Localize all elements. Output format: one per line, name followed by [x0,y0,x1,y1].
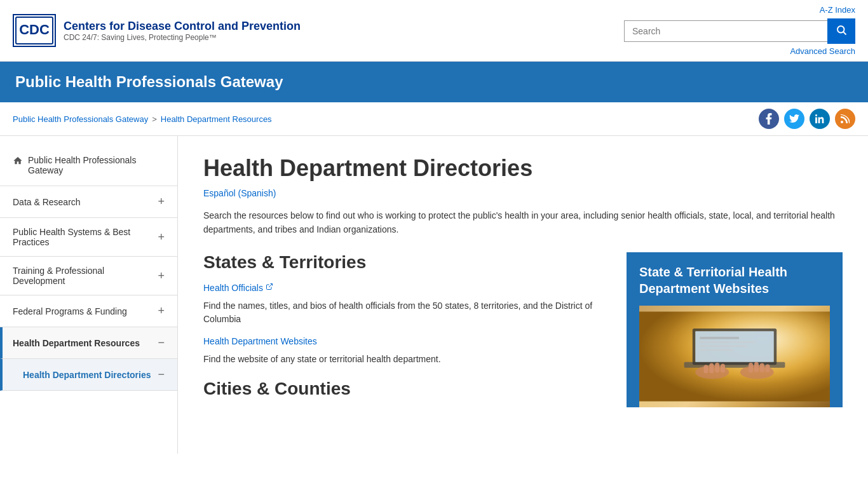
svg-rect-17 [703,365,708,373]
svg-rect-14 [700,349,733,351]
svg-rect-11 [700,337,739,339]
health-officials-link[interactable]: Health Officials [203,283,273,293]
public-health-systems-expand-icon: + [158,231,165,244]
svg-point-2 [837,26,844,33]
sidebar-item-health-dept-resources[interactable]: Health Department Resources − [0,327,177,359]
sidebar-item-training[interactable]: Training & Professional Development + [0,257,177,295]
facebook-icon[interactable] [759,109,779,129]
sidebar-label-public-health-systems: Public Health Systems & Best Practices [13,227,158,247]
health-officials-desc: Find the names, titles, and bios of heal… [203,299,611,326]
health-dept-directories-collapse-icon: − [158,368,165,381]
svg-line-5 [269,284,273,288]
sidebar: Public Health Professionals Gateway Data… [0,136,178,454]
health-dept-websites-block: Health Department Websites Find the webs… [203,336,611,366]
sidebar-home-label: Public Health Professionals Gateway [28,155,165,175]
content-left: States & Territories Health Officials [203,252,611,407]
training-expand-icon: + [158,269,165,283]
sidebar-label-health-dept-resources: Health Department Resources [13,338,140,348]
federal-programs-expand-icon: + [158,304,165,318]
sidebar-item-data-research[interactable]: Data & Research + [0,186,177,218]
social-icons [759,109,855,129]
az-index-link[interactable]: A-Z Index [820,5,855,15]
home-icon [13,156,23,168]
blue-card-title: State & Territorial Health Department We… [639,264,830,297]
svg-rect-21 [749,362,753,372]
twitter-icon[interactable] [784,109,804,129]
svg-rect-18 [709,363,714,373]
health-dept-websites-link[interactable]: Health Department Websites [203,336,317,346]
svg-rect-22 [754,362,759,372]
sidebar-item-health-dept-directories[interactable]: Health Department Directories − [0,359,177,391]
page-banner-title: Public Health Professionals Gateway [15,73,853,91]
svg-text:CDC: CDC [19,22,50,37]
two-col-layout: States & Territories Health Officials [203,252,843,407]
svg-rect-20 [721,363,725,372]
sidebar-label-health-dept-directories: Health Department Directories [23,370,151,380]
spanish-link[interactable]: Español (Spanish) [203,188,276,198]
blue-card-image [639,306,830,407]
org-name: Centers for Disease Control and Preventi… [64,20,301,33]
data-research-expand-icon: + [158,195,165,208]
health-dept-websites-desc: Find the website of any state or territo… [203,353,611,366]
search-input[interactable] [624,20,827,42]
health-dept-resources-collapse-icon: − [158,336,165,349]
breadcrumb-home-link[interactable]: Public Health Professionals Gateway [13,114,148,124]
org-subtitle: CDC 24/7: Saving Lives, Protecting Peopl… [64,33,301,42]
linkedin-icon[interactable] [810,109,830,129]
svg-line-3 [843,32,846,34]
sidebar-home-item[interactable]: Public Health Professionals Gateway [0,149,177,186]
search-row [624,18,855,44]
advanced-search-link[interactable]: Advanced Search [790,46,855,56]
cities-counties-title: Cities & Counties [203,379,611,399]
sidebar-item-public-health-systems[interactable]: Public Health Systems & Best Practices + [0,218,177,257]
page-banner: Public Health Professionals Gateway [0,62,868,102]
content-intro: Search the resources below to find out w… [203,208,843,237]
sidebar-item-federal-programs[interactable]: Federal Programs & Funding + [0,295,177,327]
sidebar-label-federal-programs: Federal Programs & Funding [13,306,127,316]
content-area: Health Department Directories Español (S… [178,136,868,454]
cdc-text-area: Centers for Disease Control and Preventi… [64,20,301,42]
sidebar-label-data-research: Data & Research [13,197,81,207]
breadcrumb: Public Health Professionals Gateway > He… [13,114,272,124]
breadcrumb-current-link[interactable]: Health Department Resources [161,114,272,124]
top-right: A-Z Index Advanced Search [624,5,855,56]
logo-area: CDC Centers for Disease Control and Prev… [13,14,301,47]
svg-rect-13 [700,345,747,347]
cdc-logo: CDC [13,14,56,47]
svg-rect-19 [715,362,719,372]
svg-rect-23 [760,363,764,372]
svg-rect-12 [700,341,756,343]
blue-card: State & Territorial Health Department We… [627,252,843,407]
main-container: Public Health Professionals Gateway Data… [0,136,868,454]
sidebar-label-training: Training & Professional Development [13,266,158,286]
states-territories-title: States & Territories [203,252,611,273]
svg-point-4 [841,121,843,123]
external-link-icon [266,283,273,292]
top-bar: CDC Centers for Disease Control and Prev… [0,0,868,62]
health-officials-block: Health Officials Find the names, titles,… [203,283,611,326]
breadcrumb-separator: > [152,114,157,124]
content-title: Health Department Directories [203,155,843,182]
breadcrumb-bar: Public Health Professionals Gateway > He… [0,102,868,136]
svg-rect-24 [766,364,770,372]
rss-icon[interactable] [835,109,855,129]
content-right: State & Territorial Health Department We… [627,252,843,407]
search-button[interactable] [827,18,855,44]
